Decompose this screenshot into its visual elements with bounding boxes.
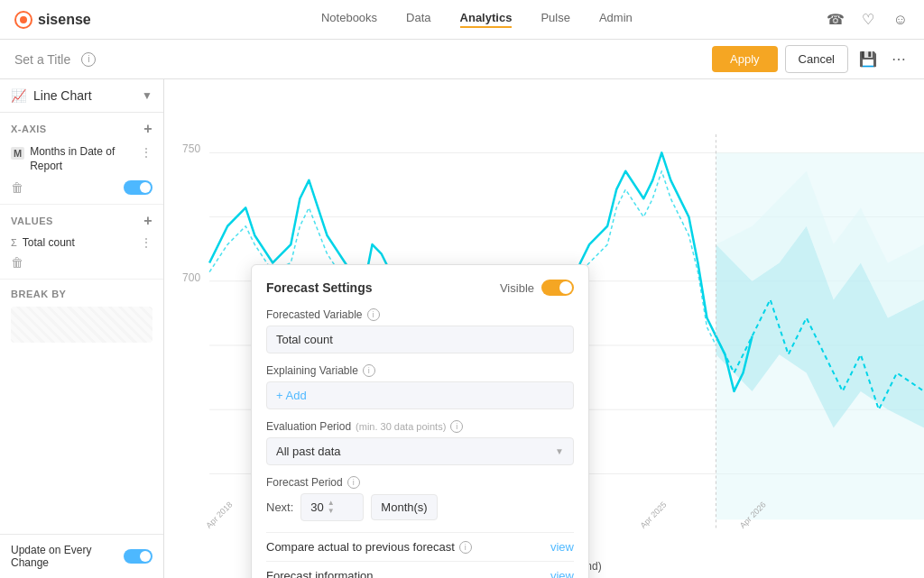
x-axis-item-type-icon: M <box>11 147 24 160</box>
nav-links: Notebooks Data Analytics Pulse Admin <box>127 11 827 28</box>
main-layout: 📈 Line Chart ▼ X-Axis + M Months in Date… <box>0 79 924 578</box>
nav-admin[interactable]: Admin <box>599 11 633 28</box>
evaluation-period-label: Evaluation Period (min. 30 data points) … <box>266 420 574 433</box>
header-apply-button[interactable]: Apply <box>712 46 778 72</box>
values-add-button[interactable]: + <box>143 214 152 228</box>
x-axis-label: X-Axis <box>11 124 47 134</box>
forecast-period-number-input[interactable]: 30 ▲ ▼ <box>300 493 364 521</box>
compare-actual-label: Compare actual to previous forecast i <box>266 540 550 554</box>
x-axis-item: M Months in Date of Report ⋮ <box>11 142 152 177</box>
evaluation-period-hint: (min. 30 data points) <box>356 421 446 432</box>
x-axis-delete-icon[interactable]: 🗑 <box>11 180 23 195</box>
header-cancel-button[interactable]: Cancel <box>785 45 848 73</box>
forecasted-variable-info-icon[interactable]: i <box>367 308 380 321</box>
forecast-period-row: Next: 30 ▲ ▼ Month(s) <box>266 493 574 521</box>
header-title: Set a Title <box>14 52 70 67</box>
forecast-period-stepper[interactable]: ▲ ▼ <box>328 500 335 515</box>
svg-text:700: 700 <box>182 271 200 284</box>
values-delete-icon[interactable]: 🗑 <box>11 255 23 270</box>
values-label: Values <box>11 216 53 226</box>
x-axis-item-menu-icon[interactable]: ⋮ <box>140 145 152 160</box>
forecast-info-row: Forecast information view <box>266 561 574 578</box>
forecast-settings-popup: Forecast Settings Visible Forecasted Var… <box>251 264 589 578</box>
x-axis-toggle[interactable] <box>124 180 152 195</box>
chart-type-header: 📈 Line Chart ▼ <box>0 79 163 113</box>
values-controls: 🗑 <box>11 255 152 270</box>
chart-area: 750 700 Apr 2018 <box>164 79 924 578</box>
user-icon[interactable]: ☺ <box>892 11 910 29</box>
header-actions: Apply Cancel 💾 ⋯ <box>712 45 910 73</box>
values-item: Σ Total count ⋮ <box>11 234 152 252</box>
break-by-label: Break by <box>11 289 152 299</box>
values-item-label: Total count <box>23 236 134 249</box>
nav-data[interactable]: Data <box>406 11 430 28</box>
forecast-settings-header: Forecast Settings Visible <box>266 280 574 296</box>
x-axis-controls: 🗑 <box>11 180 152 195</box>
period-up-icon[interactable]: ▲ <box>328 500 335 507</box>
values-header: Values + <box>11 214 152 228</box>
update-every-change-toggle[interactable] <box>124 549 152 564</box>
forecast-info-label: Forecast information <box>266 569 550 578</box>
forecast-visible-label: Visible <box>500 281 534 295</box>
left-panel: 📈 Line Chart ▼ X-Axis + M Months in Date… <box>0 79 164 578</box>
nav-right-icons: ☎ ♡ ☺ <box>827 11 910 29</box>
line-chart-icon: 📈 <box>11 88 26 103</box>
explaining-variable-field: Explaining Variable i + Add <box>266 364 574 409</box>
x-axis-add-button[interactable]: + <box>143 122 152 136</box>
chart-type-label: Line Chart <box>33 88 134 103</box>
forecast-info-view-link[interactable]: view <box>550 569 574 578</box>
compare-actual-view-link[interactable]: view <box>550 540 574 554</box>
x-axis-header: X-Axis + <box>11 122 152 136</box>
bell-icon[interactable]: ♡ <box>859 11 877 29</box>
explaining-variable-add-button[interactable]: + Add <box>266 381 574 409</box>
chart-type-dropdown-icon[interactable]: ▼ <box>142 89 152 102</box>
forecasted-variable-field: Forecasted Variable i Total count <box>266 308 574 353</box>
logo: sisense <box>14 11 91 29</box>
header-more-button[interactable]: ⋯ <box>888 47 910 71</box>
top-navigation: sisense Notebooks Data Analytics Pulse A… <box>0 0 924 40</box>
update-every-change-label: Update on Every Change <box>11 544 116 569</box>
forecast-visible-toggle[interactable] <box>541 280 574 296</box>
evaluation-period-field: Evaluation Period (min. 30 data points) … <box>266 420 574 465</box>
x-axis-section: X-Axis + M Months in Date of Report ⋮ 🗑 <box>0 113 163 205</box>
svg-point-1 <box>20 16 27 23</box>
bottom-toggle-section: Update on Every Change <box>0 534 163 578</box>
sisense-logo-icon <box>14 11 32 29</box>
values-item-menu-icon[interactable]: ⋮ <box>140 235 152 250</box>
x-axis-item-label: Months in Date of Report <box>30 145 134 173</box>
period-down-icon[interactable]: ▼ <box>328 508 335 515</box>
break-by-drop-area[interactable] <box>11 307 152 343</box>
forecasted-variable-value: Total count <box>266 326 574 353</box>
nav-analytics[interactable]: Analytics <box>460 11 513 28</box>
evaluation-period-arrow-icon: ▼ <box>555 446 564 456</box>
evaluation-period-info-icon[interactable]: i <box>450 420 463 433</box>
compare-actual-info-icon[interactable]: i <box>459 541 472 554</box>
nav-pulse[interactable]: Pulse <box>541 11 570 28</box>
explaining-variable-label: Explaining Variable i <box>266 364 574 377</box>
values-item-type-icon: Σ <box>11 237 17 248</box>
forecast-visible-section: Visible <box>500 280 574 296</box>
values-section: Values + Σ Total count ⋮ 🗑 <box>0 205 163 280</box>
break-by-section: Break by <box>0 280 163 352</box>
forecasted-variable-label: Forecasted Variable i <box>266 308 574 321</box>
forecast-period-info-icon[interactable]: i <box>347 476 360 489</box>
forecast-period-next-label: Next: <box>266 500 293 514</box>
header-export-button[interactable]: 💾 <box>855 47 881 71</box>
forecast-period-field: Forecast Period i Next: 30 ▲ ▼ Month(s) <box>266 476 574 521</box>
forecast-period-label: Forecast Period i <box>266 476 574 489</box>
forecast-period-unit: Month(s) <box>371 494 437 520</box>
nav-notebooks[interactable]: Notebooks <box>321 11 377 28</box>
svg-text:750: 750 <box>182 142 200 155</box>
explaining-variable-info-icon[interactable]: i <box>363 364 375 377</box>
header-bar: Set a Title i Apply Cancel 💾 ⋯ <box>0 40 924 79</box>
evaluation-period-select[interactable]: All past data ▼ <box>266 437 574 465</box>
phone-icon[interactable]: ☎ <box>827 11 845 29</box>
forecast-settings-title: Forecast Settings <box>266 280 372 295</box>
compare-actual-row: Compare actual to previous forecast i vi… <box>266 532 574 561</box>
header-info-icon[interactable]: i <box>81 52 96 67</box>
logo-text: sisense <box>38 12 91 28</box>
